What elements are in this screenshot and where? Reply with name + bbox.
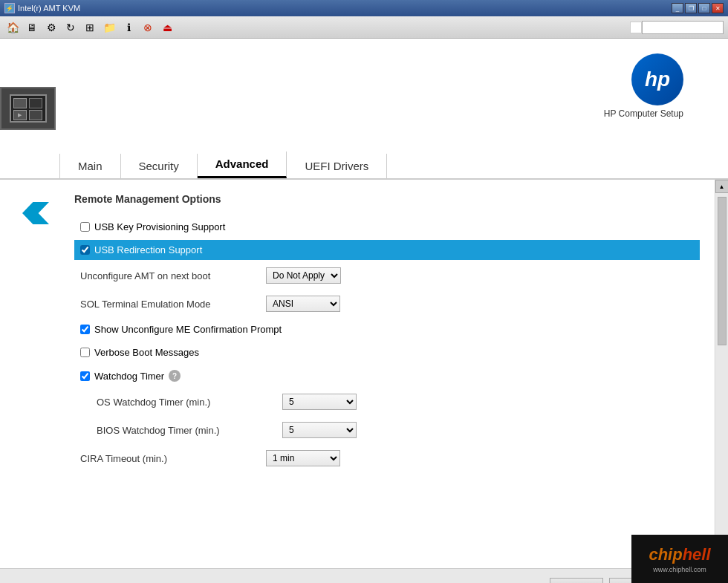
usb-redirection-checkbox[interactable] [80,245,90,255]
sol-terminal-select[interactable]: ANSI VT100 VT100+ VTUTF8 [266,296,340,312]
monitor-icon[interactable]: 🖥 [24,19,40,36]
title-bar-text: Intel(r) AMT KVM [18,4,80,13]
scrollbar-track[interactable] [716,193,728,555]
verbose-boot-label: Verbose Boot Messages [94,347,199,358]
usb-redirection-label: USB Redirection Support [94,244,202,255]
show-unconfigure-row: Show Unconfigure ME Confirmation Prompt [74,319,700,339]
watchdog-timer-checkbox[interactable] [80,371,90,381]
title-bar-left: ⚡ Intel(r) AMT KVM [4,3,80,13]
stop-icon[interactable]: ⊗ [140,19,156,36]
content-area: Remote Management Options USB Key Provis… [0,180,715,568]
search-input[interactable] [642,21,724,34]
show-unconfigure-checkbox[interactable] [80,325,90,334]
usb-key-provisioning-label: USB Key Provisioning Support [94,221,225,232]
bios-watchdog-select[interactable]: 5 10 15 20 30 [282,422,357,438]
windows-icon[interactable]: ⊞ [82,19,98,36]
scroll-up-button[interactable]: ▲ [715,180,729,193]
usb-key-provisioning-row: USB Key Provisioning Support [74,217,700,237]
sol-terminal-label: SOL Terminal Emulation Mode [80,299,259,310]
bios-watchdog-row: BIOS Watchdog Timer (min.) 5 10 15 20 30 [74,417,700,443]
unconfigure-amt-select[interactable]: Do Not Apply Apply [266,267,341,284]
watchdog-timer-row: Watchdog Timer ? [74,365,700,386]
scrollbar-thumb[interactable] [718,197,727,345]
tab-security[interactable]: Security [121,154,198,178]
hp-logo: hp [631,53,683,105]
sol-terminal-row: SOL Terminal Emulation Mode ANSI VT100 V… [74,291,700,316]
watchdog-help-icon[interactable]: ? [169,370,181,382]
bios-header: ▶ hp HP Computer Setup Main Security Adv… [0,39,728,180]
show-unconfigure-label: Show Unconfigure ME Confirmation Prompt [94,324,282,335]
watchdog-timer-label: Watchdog Timer [94,371,164,382]
title-bar-controls: _ ❐ □ ✕ [672,3,724,13]
unconfigure-amt-label: Unconfigure AMT on next boot [80,270,259,281]
os-watchdog-select[interactable]: 5 10 15 20 30 [282,394,357,410]
chiphell-url: www.chiphell.com [653,566,706,573]
section-title: Remote Management Options [74,187,700,205]
tab-advanced[interactable]: Advanced [198,152,287,178]
restore-button[interactable]: ❐ [685,3,697,13]
chiphell-logo: chiphell [649,545,710,564]
save-button[interactable]: Save [550,578,603,583]
content-row: Remote Management Options USB Key Provis… [0,180,728,568]
minimize-button[interactable]: _ [672,3,683,13]
cira-timeout-label: CIRA Timeout (min.) [80,453,259,464]
folder-icon[interactable]: 📁 [101,19,117,36]
kvm-icon: ▶ [0,87,56,130]
chiphell-overlay: chiphell www.chiphell.com [631,535,728,583]
unconfigure-amt-row: Unconfigure AMT on next boot Do Not Appl… [74,263,700,288]
title-bar: ⚡ Intel(r) AMT KVM _ ❐ □ ✕ [0,0,728,16]
toolbar-search [630,21,724,34]
cira-timeout-row: CIRA Timeout (min.) 1 min 2 min 5 min 10… [74,446,700,471]
close-button[interactable]: ✕ [712,3,724,13]
hp-logo-area: hp HP Computer Setup [604,53,683,119]
settings-panel: Remote Management Options USB Key Provis… [67,180,715,568]
scrollbar: ▲ ▼ [715,180,728,568]
os-watchdog-row: OS Watchdog Timer (min.) 5 10 15 20 30 [74,389,700,414]
hp-tagline: HP Computer Setup [604,108,683,119]
tab-main[interactable]: Main [59,154,121,178]
verbose-boot-row: Verbose Boot Messages [74,342,700,362]
cira-timeout-select[interactable]: 1 min 2 min 5 min 10 min Never [266,450,340,466]
maximize-button[interactable]: □ [698,3,710,13]
toolbar: 🏠 🖥 ⚙ ↻ ⊞ 📁 ℹ ⊗ ⏏ [0,16,728,39]
home-icon[interactable]: 🏠 [4,19,21,36]
bios-watchdog-label: BIOS Watchdog Timer (min.) [97,425,275,436]
tab-uefi-drivers[interactable]: UEFI Drivers [287,154,387,178]
refresh-icon[interactable]: ↻ [62,19,79,36]
eject-icon[interactable]: ⏏ [159,19,175,36]
usb-key-provisioning-checkbox[interactable] [80,222,90,232]
info-icon[interactable]: ℹ [120,19,137,36]
footer-bar: Save Help Exit [0,568,728,583]
search-box-icon [630,22,642,33]
content-wrapper: Remote Management Options USB Key Provis… [0,180,728,583]
app-icon: ⚡ [4,3,15,13]
usb-redirection-row[interactable]: USB Redirection Support [74,240,700,260]
main-window: ▶ hp HP Computer Setup Main Security Adv… [0,39,728,583]
back-button-area [0,180,67,568]
settings-icon[interactable]: ⚙ [43,19,59,36]
nav-tabs: Main Security Advanced UEFI Drivers [0,152,728,178]
os-watchdog-label: OS Watchdog Timer (min.) [97,397,275,408]
verbose-boot-checkbox[interactable] [80,348,90,357]
back-arrow-button[interactable] [22,202,49,224]
